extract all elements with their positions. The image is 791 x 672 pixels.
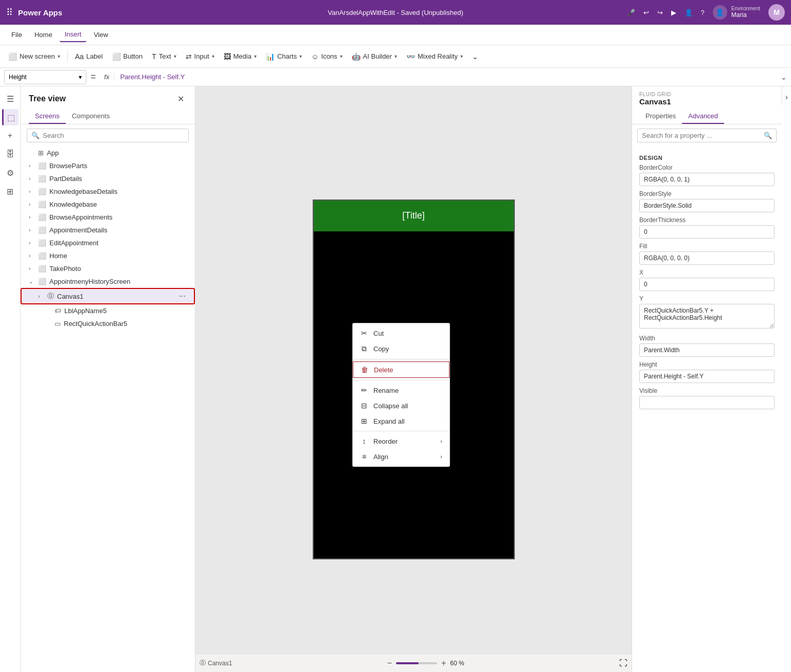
prop-input-x[interactable]	[639, 278, 775, 291]
expand-canvas-icon[interactable]: ⛶	[619, 659, 627, 668]
mixed-reality-button[interactable]: 👓 Mixed Reality ▾	[402, 50, 467, 63]
item-label-knowledgebasedetails: KnowledgebaseDetails	[49, 188, 187, 195]
tree-item-takephoto[interactable]: › ⬜ TakePhoto	[21, 262, 195, 275]
tree-item-knowledgebasedetails[interactable]: › ⬜ KnowledgebaseDetails	[21, 185, 195, 198]
mixed-reality-label: Mixed Reality	[418, 52, 458, 60]
prop-input-fill[interactable]	[639, 251, 775, 265]
undo-button[interactable]: ↩	[643, 9, 649, 16]
tree-item-editappointment[interactable]: › ⬜ EditAppointment	[21, 237, 195, 249]
new-screen-button[interactable]: ⬜ New screen ▾	[4, 50, 64, 63]
formula-expand-icon[interactable]: ⌄	[781, 73, 787, 81]
prop-label-y: Y	[639, 295, 775, 302]
waffle-icon[interactable]: ⠿	[6, 7, 13, 18]
ctx-align[interactable]: ≡ Align ›	[353, 449, 450, 464]
tree-search-input[interactable]	[43, 132, 184, 139]
left-icon-settings[interactable]: ⚙	[2, 165, 19, 181]
share-button[interactable]: 👤	[685, 9, 693, 16]
left-icon-menu[interactable]: ☰	[2, 90, 19, 107]
screen-icon: ⬜	[38, 239, 46, 247]
tree-item-browseparts[interactable]: › ⬜ BrowseParts	[21, 159, 195, 172]
menu-view[interactable]: View	[88, 28, 113, 42]
dropdown-chevron: ▾	[79, 74, 82, 81]
tree-item-appointmentdetails[interactable]: › ⬜ AppointmentDetails	[21, 224, 195, 237]
canvas1-more-button[interactable]: ···	[179, 292, 186, 301]
ctx-delete[interactable]: 🗑 Delete	[353, 361, 450, 378]
prop-input-height[interactable]	[639, 370, 775, 383]
tree-item-lblappname5[interactable]: 🏷 LblAppName5	[21, 304, 195, 317]
right-search-icon: 🔍	[764, 132, 772, 139]
microphone-button[interactable]: 🎤	[627, 9, 635, 16]
help-button[interactable]: ?	[701, 9, 705, 16]
prop-input-borderthickness[interactable]	[639, 225, 775, 239]
formula-input[interactable]: Parent.Height - Self.Y	[116, 73, 779, 81]
right-tab-advanced[interactable]: Advanced	[682, 109, 724, 124]
app-icon: ⊞	[38, 149, 44, 157]
delete-icon: 🗑	[361, 366, 369, 374]
item-label-app: App	[47, 149, 187, 157]
property-dropdown[interactable]: Height ▾	[4, 70, 86, 84]
prop-input-bordercolor[interactable]	[639, 173, 775, 186]
right-search-input[interactable]	[642, 132, 761, 139]
prop-input-y[interactable]: RectQuickActionBar5.Y + RectQuickActionB…	[639, 304, 775, 329]
ctx-expand-all[interactable]: ⊞ Expand all	[353, 413, 450, 429]
text-button[interactable]: T Text ▾	[148, 50, 180, 63]
prop-input-borderstyle[interactable]	[639, 199, 775, 212]
zoom-out-button[interactable]: −	[387, 659, 392, 668]
media-button[interactable]: 🖼 Media ▾	[220, 50, 261, 63]
ctx-copy[interactable]: ⧉ Copy	[353, 341, 450, 357]
more-button[interactable]: ⌄	[468, 50, 482, 63]
tree-item-home[interactable]: › ⬜ Home	[21, 249, 195, 262]
menu-file[interactable]: File	[6, 28, 27, 42]
left-icon-layers[interactable]: ⬚	[2, 109, 19, 125]
tree-item-rectquickactionbar5[interactable]: ▭ RectQuickActionBar5	[21, 317, 195, 330]
tree-item-browseappointments[interactable]: › ⬜ BrowseAppointments	[21, 211, 195, 224]
input-button[interactable]: ⇄ Input ▾	[182, 50, 219, 63]
item-label-home: Home	[49, 252, 187, 260]
zoom-in-button[interactable]: +	[441, 659, 446, 668]
tree-item-app[interactable]: ⊞ App	[21, 147, 195, 159]
icons-button[interactable]: ☺ Icons ▾	[307, 50, 346, 63]
tree-tab-components[interactable]: Components	[66, 109, 116, 124]
ctx-collapse-all[interactable]: ⊟ Collapse all	[353, 398, 450, 413]
menu-home[interactable]: Home	[29, 28, 58, 42]
equals-sign: =	[88, 71, 98, 82]
redo-button[interactable]: ↪	[657, 9, 663, 16]
item-label-lblappname5: LblAppName5	[64, 307, 187, 315]
menu-insert[interactable]: Insert	[60, 27, 87, 42]
icons-icon: ☺	[311, 52, 318, 61]
canvas-title: [Title]	[402, 210, 424, 221]
ctx-align-label: Align	[373, 453, 388, 461]
screen-icon: ⬜	[38, 278, 46, 285]
item-label-knowledgebase: Knowledgebase	[49, 201, 187, 208]
prop-input-width[interactable]	[639, 343, 775, 357]
user-avatar[interactable]: M	[768, 4, 785, 21]
prop-input-visible[interactable]	[639, 396, 775, 409]
tree-item-appointmenthistory[interactable]: ⌄ ⬜ AppointmenyHistoryScreen	[21, 275, 195, 288]
left-icon-database[interactable]: 🗄	[2, 146, 19, 162]
text-label: Text	[159, 52, 171, 60]
ctx-rename[interactable]: ✏ Rename	[353, 383, 450, 398]
ai-builder-button[interactable]: 🤖 AI Builder ▾	[348, 50, 401, 63]
button-button[interactable]: ⬜ Button	[108, 50, 147, 63]
tree-tab-screens[interactable]: Screens	[29, 109, 66, 124]
canvas-bottom-bar: ⓪ Canvas1 − + 60 % ⛶	[195, 653, 632, 672]
charts-button[interactable]: 📊 Charts ▾	[262, 50, 306, 63]
prop-label-fill: Fill	[639, 243, 775, 250]
tree-close-button[interactable]: ✕	[174, 93, 187, 105]
doc-title: VanArsdelAppWithEdit - Saved (Unpublishe…	[328, 9, 463, 16]
label-button[interactable]: Aa Label	[71, 50, 107, 63]
zoom-slider[interactable]	[396, 662, 437, 664]
prop-border-thickness: BorderThickness	[639, 216, 775, 239]
ctx-cut[interactable]: ✂ Cut	[353, 325, 450, 341]
left-icon-add[interactable]: +	[2, 128, 19, 144]
tree-item-canvas1[interactable]: › ⓪ Canvas1 ···	[21, 288, 195, 304]
left-icon-controls[interactable]: ⊞	[2, 183, 19, 199]
right-tab-properties[interactable]: Properties	[639, 109, 682, 124]
ctx-reorder[interactable]: ↕ Reorder ›	[353, 433, 450, 449]
tree-item-knowledgebase[interactable]: › ⬜ Knowledgebase	[21, 198, 195, 211]
right-panel-expand-button[interactable]: ›	[782, 86, 791, 105]
ctx-cut-label: Cut	[373, 330, 384, 337]
tree-item-partdetails[interactable]: › ⬜ PartDetails	[21, 172, 195, 185]
play-button[interactable]: ▶	[671, 9, 676, 16]
chevron-icon: ›	[29, 176, 35, 181]
